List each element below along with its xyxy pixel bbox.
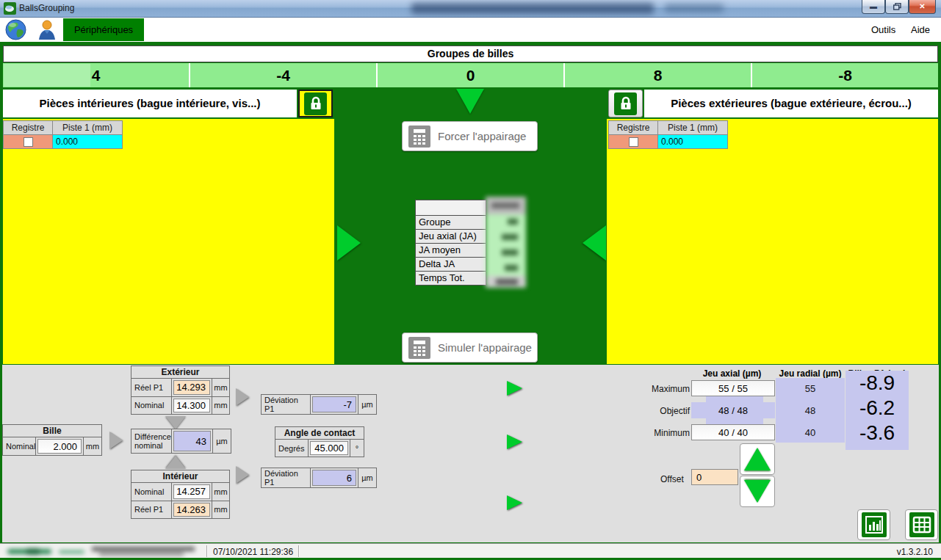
jeu-axial-objectif-field[interactable]: 48 / 48 — [691, 402, 775, 418]
arrow-left-icon — [583, 225, 606, 261]
exterieur-reel-field[interactable]: 14.293 — [173, 380, 210, 395]
left-panel-body: Registre Piste 1 (mm) 0.000 — [3, 119, 334, 364]
group-value: 4 — [92, 67, 101, 84]
right-panel-title: Pièces extérieures (bague extérieure, éc… — [644, 90, 938, 117]
billes-objectif: -6.2 — [846, 396, 909, 421]
summary-row-label: Objectif — [640, 406, 690, 416]
center-row-delta-ja: Delta JA — [415, 257, 486, 272]
globe-icon[interactable] — [5, 19, 26, 40]
left-panel-title: Pièces intérieures (bague intérieure, vi… — [3, 90, 297, 117]
angle-group: Angle de contact Degrés 45.000 ° — [275, 426, 364, 457]
simulate-pairing-button[interactable]: Simuler l'appairage — [402, 332, 538, 363]
redacted-blur — [486, 197, 526, 214]
right-col-piste: Piste 1 (mm) — [657, 120, 728, 135]
offset-label: Offset — [660, 472, 684, 487]
redacted-blur — [665, 4, 724, 12]
tab-peripheriques[interactable]: Périphériques — [63, 18, 144, 41]
maximize-button[interactable] — [885, 0, 909, 14]
summary-row-label: Maximum — [640, 384, 690, 394]
minimize-button[interactable]: ▬ — [862, 0, 885, 14]
groups-row: 4 -4 0 8 -8 — [3, 63, 938, 87]
groups-title: Groupes de billes — [3, 46, 938, 62]
angle-field[interactable]: 45.000 — [310, 441, 348, 455]
redacted-blur — [92, 545, 202, 557]
summary-header-jeu-radial: Jeu radial (µm) — [776, 368, 845, 379]
group-cell-1[interactable]: -4 — [190, 63, 376, 87]
bille-nominal-field[interactable]: 2.000 — [37, 439, 82, 454]
center-row-ja-moyen: JA moyen — [415, 243, 486, 258]
bille-nominal-label: Nominal — [3, 437, 35, 455]
left-registre-checkbox[interactable] — [24, 137, 33, 147]
status-datetime: 07/10/2021 11:29:36 — [213, 545, 293, 559]
center-table-redacted-column — [486, 197, 526, 288]
jeu-radial-objectif: 48 — [776, 404, 845, 418]
right-lock-button[interactable] — [608, 90, 643, 117]
arrow-right-gray-icon — [236, 388, 249, 406]
lock-icon — [614, 92, 637, 115]
offset-up-button[interactable] — [740, 443, 775, 475]
bille-nominal-unit: mm — [84, 437, 101, 455]
exterieur-reel-unit: mm — [212, 379, 229, 396]
center-results-table: Groupe Jeu axial (JA) JA moyen Delta JA … — [415, 200, 486, 285]
force-pairing-button[interactable]: Forcer l'appairage — [402, 121, 538, 151]
deviation-int-label: Déviation P1 — [262, 468, 310, 487]
group-cell-2[interactable]: 0 — [378, 63, 563, 87]
bille-group: Bille Nominal 2.000 mm — [2, 424, 102, 456]
offset-input[interactable]: 0 — [691, 469, 738, 485]
bar-chart-icon — [862, 512, 887, 537]
difference-field[interactable]: 43 — [173, 431, 211, 451]
right-piste-value: 0.000 — [657, 134, 728, 149]
group-cell-3[interactable]: 8 — [565, 63, 751, 87]
jeu-axial-minimum-field[interactable]: 40 / 40 — [691, 424, 775, 440]
status-separator — [298, 545, 300, 557]
redacted-blur — [411, 3, 654, 14]
center-row-groupe: Groupe — [415, 215, 486, 230]
interieur-title: Intérieur — [131, 470, 229, 482]
menu-outils[interactable]: Outils — [871, 24, 895, 35]
jeu-radial-maximum: 55 — [776, 382, 845, 396]
billes-minimum: -3.6 — [846, 421, 909, 446]
table-button[interactable] — [905, 509, 938, 540]
close-button[interactable]: ✕ — [909, 0, 936, 14]
status-bar: 07/10/2021 11:29:36 v1.3.2.10 — [0, 543, 941, 559]
bille-title: Bille — [3, 425, 101, 437]
exterieur-nominal-field[interactable]: 14.300 — [173, 399, 210, 413]
status-separator — [206, 545, 208, 557]
interieur-reel-label: Réel P1 — [131, 501, 171, 519]
left-registre-cell — [3, 134, 53, 149]
group-cell-0[interactable]: 4 — [3, 63, 189, 87]
interieur-nominal-field[interactable]: 14.257 — [173, 484, 210, 499]
deviation-ext-label: Déviation P1 — [262, 395, 310, 414]
arrow-down-gray-icon — [165, 416, 186, 429]
group-cell-4[interactable]: -8 — [752, 63, 938, 87]
user-icon[interactable] — [36, 19, 57, 40]
angle-unit: ° — [350, 440, 364, 457]
title-bar[interactable]: BallsGrouping ▬ ✕ — [0, 0, 941, 18]
deviation-ext-group: Déviation P1 -7 µm — [261, 394, 377, 415]
difference-label: Différence nominal — [131, 429, 171, 453]
calculator-icon — [408, 126, 430, 148]
deviation-ext-field[interactable]: -7 — [312, 396, 356, 412]
arrow-right-gray-icon — [109, 432, 123, 449]
difference-group: Différence nominal 43 µm — [131, 429, 231, 454]
summary-row-label: Minimum — [640, 428, 690, 438]
force-pairing-label: Forcer l'appairage — [438, 130, 526, 142]
angle-label: Degrés — [275, 440, 308, 457]
offset-down-button[interactable] — [740, 476, 775, 507]
balls-grouping-window: BallsGrouping ▬ ✕ Périphériques Outils A… — [0, 0, 941, 560]
jeu-axial-maximum-field[interactable]: 55 / 55 — [691, 380, 775, 396]
right-registre-checkbox[interactable] — [629, 137, 638, 147]
interieur-reel-field[interactable]: 14.263 — [173, 503, 210, 517]
deviation-int-field[interactable]: 6 — [312, 470, 356, 486]
left-col-registre: Registre — [3, 120, 53, 135]
left-piste-value: 0.000 — [52, 134, 123, 149]
left-lock-button[interactable] — [298, 90, 333, 117]
redacted-blur — [486, 261, 526, 276]
arrow-down-icon — [456, 89, 484, 114]
lock-icon — [304, 92, 327, 115]
exterieur-reel-label: Réel P1 — [131, 379, 171, 396]
bottom-panel: Extérieur Réel P1 14.293 mm Nominal 14.3… — [2, 365, 939, 542]
deviation-int-group: Déviation P1 6 µm — [261, 468, 377, 488]
menu-aide[interactable]: Aide — [911, 24, 930, 35]
chart-button[interactable] — [857, 509, 890, 540]
